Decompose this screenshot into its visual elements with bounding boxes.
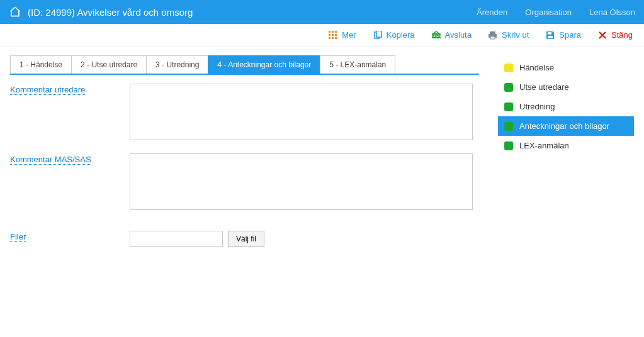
side-handelse[interactable]: Händelse [498, 58, 634, 77]
side-utse-utredare[interactable]: Utse utredare [498, 77, 634, 97]
svg-rect-16 [548, 32, 551, 35]
toolbar-skrivut-label: Skriv ut [502, 30, 529, 40]
side-anteckningar[interactable]: Anteckningar och bilagor [498, 116, 634, 136]
open-sign-icon: OPEN [431, 30, 441, 40]
toolbar-stang-label: Stäng [611, 30, 633, 40]
tab-bar: 1 - Händelse 2 - Utse utredare 3 - Utred… [10, 55, 479, 75]
toolbar-kopiera-label: Kopiera [387, 30, 415, 40]
side-item-label: Utredning [519, 102, 555, 111]
toolbar-kopiera[interactable]: Kopiera [373, 30, 415, 40]
svg-rect-1 [332, 31, 334, 33]
side-utredning[interactable]: Utredning [498, 97, 634, 116]
status-indicator-icon [504, 102, 513, 111]
svg-text:OPEN: OPEN [431, 34, 441, 38]
svg-rect-3 [329, 34, 330, 36]
valj-fil-button[interactable]: Välj fil [228, 231, 264, 247]
toolbar-mer[interactable]: Mer [328, 30, 356, 40]
toolbar-skrivut[interactable]: Skriv ut [488, 30, 529, 40]
nav-arenden[interactable]: Ärenden [477, 8, 507, 17]
nav-user[interactable]: Lena Olsson [589, 8, 635, 17]
side-item-label: Anteckningar och bilagor [519, 121, 609, 131]
side-lex[interactable]: LEX-anmälan [498, 136, 634, 155]
status-indicator-icon [504, 64, 513, 72]
svg-rect-10 [376, 31, 381, 37]
status-sidebar: Händelse Utse utredare Utredning Anteckn… [498, 55, 634, 258]
kommentar-massas-input[interactable] [130, 153, 473, 210]
nav-organisation[interactable]: Organisation [525, 8, 572, 17]
side-item-label: Utse utredare [519, 82, 569, 92]
svg-rect-0 [329, 31, 330, 33]
svg-rect-15 [490, 36, 495, 39]
tab-utse-utredare[interactable]: 2 - Utse utredare [71, 55, 147, 74]
status-indicator-icon [504, 141, 513, 150]
kommentar-massas-label: Kommentar MAS/SAS [10, 153, 130, 164]
copy-icon [373, 30, 383, 40]
filer-label: Filer [10, 231, 130, 241]
svg-rect-5 [335, 34, 337, 36]
status-indicator-icon [504, 122, 513, 131]
svg-rect-6 [329, 37, 330, 39]
toolbar-spara[interactable]: Spara [545, 30, 581, 40]
print-icon [488, 30, 498, 40]
tab-handelse[interactable]: 1 - Händelse [10, 55, 72, 74]
app-header: (ID: 24999) Avvikelser vård och omsorg Ä… [0, 0, 644, 24]
toolbar-avsluta[interactable]: OPEN Avsluta [431, 30, 472, 40]
home-icon[interactable] [9, 6, 21, 18]
close-icon [597, 30, 607, 40]
svg-rect-2 [335, 31, 337, 33]
status-indicator-icon [504, 83, 513, 92]
tab-anteckningar[interactable]: 4 - Anteckningar och bilagor [208, 55, 320, 74]
toolbar-mer-label: Mer [342, 30, 356, 40]
side-item-label: Händelse [519, 63, 554, 72]
tab-utredning[interactable]: 3 - Utredning [146, 55, 208, 74]
kommentar-utredare-label: Kommentar utredare [10, 84, 130, 94]
toolbar-spara-label: Spara [559, 30, 581, 40]
toolbar-avsluta-label: Avsluta [445, 30, 472, 40]
side-item-label: LEX-anmälan [519, 141, 569, 150]
svg-rect-4 [332, 34, 334, 36]
filer-input[interactable] [130, 231, 223, 247]
svg-rect-8 [335, 37, 337, 39]
toolbar-stang[interactable]: Stäng [597, 30, 633, 40]
kommentar-utredare-input[interactable] [130, 84, 473, 140]
svg-rect-17 [548, 36, 553, 38]
toolbar: Mer Kopiera OPEN Avsluta Sk [0, 24, 644, 47]
grid-icon [328, 30, 338, 40]
tab-lex[interactable]: 5 - LEX-anmälan [320, 55, 395, 74]
svg-rect-7 [332, 37, 334, 39]
svg-rect-13 [490, 31, 495, 34]
page-title: (ID: 24999) Avvikelser vård och omsorg [28, 7, 193, 18]
save-icon [545, 30, 555, 40]
